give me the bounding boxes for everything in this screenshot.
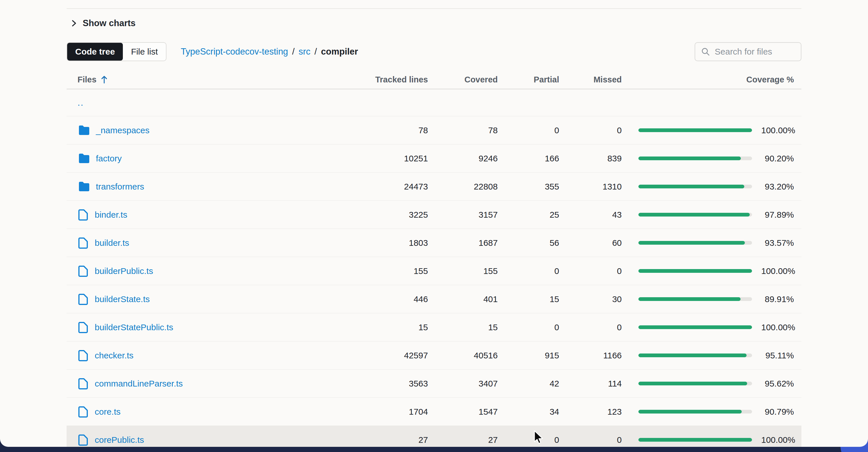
coverage-percent-cell: 100.00%: [761, 266, 801, 276]
breadcrumb-repo-link[interactable]: TypeScript-codecov-testing: [181, 47, 288, 57]
show-charts-toggle[interactable]: Show charts: [71, 18, 135, 28]
missed-cell: 60: [559, 238, 622, 248]
coverage-column-header[interactable]: Coverage %: [622, 75, 801, 84]
breadcrumb: TypeScript-codecov-testing / src / compi…: [181, 47, 358, 57]
table-row[interactable]: builder.ts 1803 1687 56 60 93.57%: [67, 229, 801, 257]
coverage-percent-cell: 100.00%: [761, 125, 801, 135]
file-icon: [78, 405, 90, 418]
table-row[interactable]: binder.ts 3225 3157 25 43 97.89%: [67, 201, 801, 229]
covered-cell: 27: [428, 435, 498, 445]
file-name-link[interactable]: builderState.ts: [95, 294, 150, 304]
coverage-bar-track: [639, 128, 752, 132]
covered-cell: 15: [428, 323, 498, 332]
coverage-percent-cell: 93.57%: [761, 238, 801, 248]
file-name-link[interactable]: builderStatePublic.ts: [95, 323, 174, 332]
files-column-header[interactable]: Files: [67, 75, 108, 84]
file-list-toggle-button[interactable]: File list: [123, 43, 166, 61]
missed-column-header[interactable]: Missed: [559, 75, 622, 84]
coverage-percent-cell: 97.89%: [761, 210, 801, 220]
file-icon: [78, 377, 90, 390]
coverage-bar-fill: [639, 325, 752, 329]
coverage-bar-fill: [639, 213, 750, 216]
partial-cell: 0: [498, 323, 559, 332]
tracked-lines-cell: 3225: [340, 210, 428, 220]
breadcrumb-current-folder: compiler: [321, 47, 358, 57]
coverage-percent-cell: 90.20%: [761, 154, 801, 163]
file-name-link[interactable]: binder.ts: [95, 210, 127, 220]
folder-icon: [78, 124, 91, 137]
partial-cell: 15: [498, 294, 559, 304]
table-row[interactable]: commandLineParser.ts 3563 3407 42 114 95…: [67, 369, 801, 398]
table-row[interactable]: builderState.ts 446 401 15 30 89.91%: [67, 285, 801, 313]
parent-directory-row[interactable]: ..: [67, 89, 801, 116]
coverage-bar-fill: [639, 297, 741, 301]
search-icon: [701, 47, 710, 56]
file-name-link[interactable]: builderPublic.ts: [95, 266, 153, 276]
parent-directory-link[interactable]: ..: [78, 97, 84, 108]
search-input[interactable]: [715, 47, 795, 57]
file-icon: [78, 265, 90, 278]
file-name-link[interactable]: commandLineParser.ts: [95, 379, 183, 389]
covered-cell: 22808: [428, 182, 498, 191]
breadcrumb-separator: /: [315, 47, 317, 57]
covered-cell: 1687: [428, 238, 498, 248]
table-row[interactable]: transformers 24473 22808 355 1310 93.20%: [67, 173, 801, 201]
file-icon: [78, 321, 90, 334]
coverage-bar-fill: [639, 410, 742, 414]
missed-cell: 0: [559, 435, 622, 445]
coverage-bar-track: [639, 241, 752, 245]
partial-cell: 355: [498, 182, 559, 191]
coverage-percent-cell: 95.11%: [761, 351, 801, 360]
file-name-link[interactable]: builder.ts: [95, 238, 129, 248]
coverage-bar-track: [639, 213, 752, 216]
file-name-link[interactable]: core.ts: [95, 407, 121, 417]
file-name-link[interactable]: checker.ts: [95, 351, 133, 360]
tracked-lines-cell: 78: [340, 125, 428, 135]
missed-cell: 1310: [559, 182, 622, 191]
breadcrumb-src-link[interactable]: src: [299, 47, 310, 57]
table-row[interactable]: factory 10251 9246 166 839 90.20%: [67, 145, 801, 173]
coverage-percent-cell: 90.79%: [761, 407, 801, 417]
covered-column-header[interactable]: Covered: [428, 75, 498, 84]
coverage-percent-cell: 95.62%: [761, 379, 801, 389]
file-name-link[interactable]: _namespaces: [96, 125, 150, 135]
covered-cell: 40516: [428, 351, 498, 360]
missed-cell: 43: [559, 210, 622, 220]
coverage-bar-fill: [639, 185, 744, 188]
file-search-box[interactable]: [694, 42, 801, 61]
table-row[interactable]: corePublic.ts 27 27 0 0 100.00%: [67, 426, 801, 447]
file-name-link[interactable]: corePublic.ts: [95, 435, 144, 445]
file-name-link[interactable]: factory: [96, 154, 122, 163]
file-icon: [78, 236, 90, 249]
missed-cell: 123: [559, 407, 622, 417]
tracked-lines-cell: 24473: [340, 182, 428, 191]
tracked-lines-cell: 10251: [340, 154, 428, 163]
table-row[interactable]: _namespaces 78 78 0 0 100.00%: [67, 116, 801, 145]
folder-icon: [78, 152, 91, 165]
table-row[interactable]: checker.ts 42597 40516 915 1166 95.11%: [67, 341, 801, 369]
code-tree-toggle-button[interactable]: Code tree: [67, 43, 123, 61]
table-row[interactable]: core.ts 1704 1547 34 123 90.79%: [67, 398, 801, 426]
table-row[interactable]: builderStatePublic.ts 15 15 0 0 100.00%: [67, 313, 801, 341]
covered-cell: 78: [428, 125, 498, 135]
coverage-bar-fill: [639, 382, 747, 385]
file-name-link[interactable]: transformers: [96, 182, 144, 191]
covered-cell: 155: [428, 266, 498, 276]
partial-column-header[interactable]: Partial: [498, 75, 559, 84]
missed-cell: 0: [559, 323, 622, 332]
tracked-lines-cell: 1803: [340, 238, 428, 248]
coverage-bar-fill: [639, 128, 752, 132]
table-header-row: Files Tracked lines Covered Partial Miss…: [67, 70, 801, 89]
table-row[interactable]: builderPublic.ts 155 155 0 0 100.00%: [67, 257, 801, 285]
tracked-lines-cell: 15: [340, 323, 428, 332]
view-toggle-group: Code tree File list: [67, 42, 166, 61]
sort-ascending-arrow-icon: [100, 75, 108, 84]
tracked-lines-column-header[interactable]: Tracked lines: [340, 75, 428, 84]
coverage-percent-cell: 89.91%: [761, 294, 801, 304]
missed-cell: 30: [559, 294, 622, 304]
covered-cell: 401: [428, 294, 498, 304]
missed-cell: 0: [559, 125, 622, 135]
files-header-label: Files: [78, 75, 96, 84]
file-table: Files Tracked lines Covered Partial Miss…: [67, 70, 801, 447]
partial-cell: 34: [498, 407, 559, 417]
